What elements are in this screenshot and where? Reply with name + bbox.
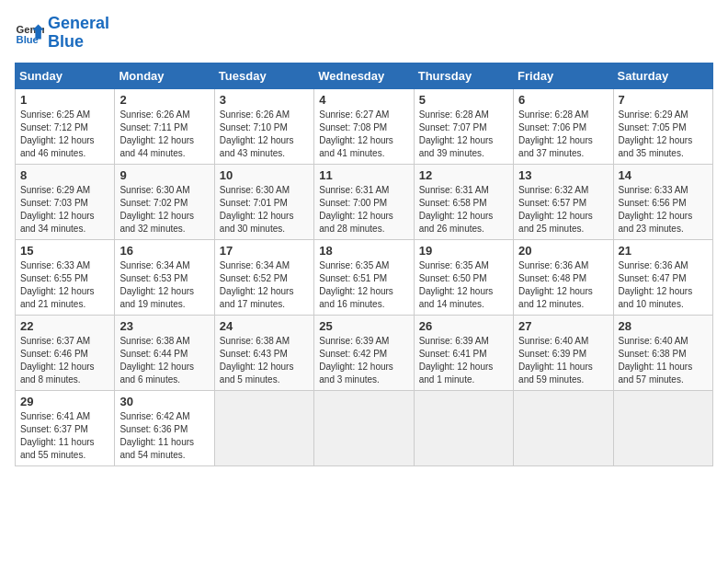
day-detail: Sunrise: 6:28 AMSunset: 7:07 PMDaylight:…	[419, 109, 508, 160]
day-detail: Sunrise: 6:42 AMSunset: 6:36 PMDaylight:…	[119, 410, 209, 462]
calendar-cell: 25Sunrise: 6:39 AMSunset: 6:42 PMDayligh…	[314, 315, 414, 390]
day-detail: Sunrise: 6:34 AMSunset: 6:53 PMDaylight:…	[119, 259, 209, 311]
logo-text-line1: General	[48, 15, 109, 33]
day-number: 14	[619, 168, 708, 182]
calendar-cell: 17Sunrise: 6:34 AMSunset: 6:52 PMDayligh…	[214, 239, 313, 315]
column-header-saturday: Saturday	[613, 63, 712, 88]
calendar-cell: 12Sunrise: 6:31 AMSunset: 6:58 PMDayligh…	[414, 164, 513, 239]
day-detail: Sunrise: 6:36 AMSunset: 6:47 PMDaylight:…	[619, 259, 708, 311]
logo: General Blue General Blue	[15, 15, 109, 52]
calendar-cell: 5Sunrise: 6:28 AMSunset: 7:07 PMDaylight…	[414, 88, 513, 164]
day-number: 24	[220, 319, 309, 333]
day-number: 8	[20, 168, 109, 182]
day-number: 26	[419, 319, 508, 333]
day-detail: Sunrise: 6:26 AMSunset: 7:11 PMDaylight:…	[119, 109, 209, 160]
calendar-cell: 23Sunrise: 6:38 AMSunset: 6:44 PMDayligh…	[115, 315, 214, 390]
day-number: 30	[119, 395, 209, 408]
day-number: 6	[518, 93, 608, 107]
column-header-friday: Friday	[514, 63, 613, 88]
calendar-cell: 4Sunrise: 6:27 AMSunset: 7:08 PMDaylight…	[314, 88, 414, 164]
day-number: 19	[419, 244, 508, 258]
day-number: 28	[619, 319, 708, 333]
day-number: 4	[319, 93, 408, 107]
day-number: 2	[119, 93, 209, 107]
day-number: 12	[419, 168, 508, 182]
day-detail: Sunrise: 6:38 AMSunset: 6:44 PMDaylight:…	[119, 335, 209, 386]
day-detail: Sunrise: 6:39 AMSunset: 6:41 PMDaylight:…	[419, 335, 508, 386]
day-detail: Sunrise: 6:29 AMSunset: 7:03 PMDaylight:…	[20, 184, 109, 236]
day-detail: Sunrise: 6:35 AMSunset: 6:50 PMDaylight:…	[419, 259, 508, 311]
day-detail: Sunrise: 6:33 AMSunset: 6:55 PMDaylight:…	[20, 259, 109, 311]
day-detail: Sunrise: 6:33 AMSunset: 6:56 PMDaylight:…	[619, 184, 708, 236]
calendar-cell: 20Sunrise: 6:36 AMSunset: 6:48 PMDayligh…	[514, 239, 613, 315]
calendar-cell: 1Sunrise: 6:25 AMSunset: 7:12 PMDaylight…	[16, 88, 115, 164]
day-number: 23	[119, 319, 209, 333]
calendar-cell: 2Sunrise: 6:26 AMSunset: 7:11 PMDaylight…	[115, 88, 214, 164]
day-detail: Sunrise: 6:32 AMSunset: 6:57 PMDaylight:…	[518, 184, 608, 236]
calendar-cell: 11Sunrise: 6:31 AMSunset: 7:00 PMDayligh…	[314, 164, 414, 239]
day-number: 15	[20, 244, 109, 258]
column-header-thursday: Thursday	[414, 63, 513, 88]
day-number: 5	[419, 93, 508, 107]
day-detail: Sunrise: 6:35 AMSunset: 6:51 PMDaylight:…	[319, 259, 408, 311]
day-number: 7	[619, 93, 708, 107]
calendar-cell: 6Sunrise: 6:28 AMSunset: 7:06 PMDaylight…	[514, 88, 613, 164]
day-detail: Sunrise: 6:30 AMSunset: 7:01 PMDaylight:…	[220, 184, 309, 236]
day-detail: Sunrise: 6:25 AMSunset: 7:12 PMDaylight:…	[20, 109, 109, 160]
day-number: 11	[319, 168, 408, 182]
calendar-cell	[214, 390, 313, 465]
calendar-cell	[613, 390, 712, 465]
day-detail: Sunrise: 6:34 AMSunset: 6:52 PMDaylight:…	[220, 259, 309, 311]
calendar-cell	[514, 390, 613, 465]
day-detail: Sunrise: 6:26 AMSunset: 7:10 PMDaylight:…	[220, 109, 309, 160]
day-number: 17	[220, 244, 309, 258]
day-number: 21	[619, 244, 708, 258]
day-detail: Sunrise: 6:31 AMSunset: 6:58 PMDaylight:…	[419, 184, 508, 236]
day-number: 1	[20, 93, 109, 107]
calendar-cell: 14Sunrise: 6:33 AMSunset: 6:56 PMDayligh…	[613, 164, 712, 239]
day-number: 9	[119, 168, 209, 182]
calendar-cell: 29Sunrise: 6:41 AMSunset: 6:37 PMDayligh…	[16, 390, 115, 465]
day-number: 10	[220, 168, 309, 182]
day-detail: Sunrise: 6:31 AMSunset: 7:00 PMDaylight:…	[319, 184, 408, 236]
day-detail: Sunrise: 6:40 AMSunset: 6:39 PMDaylight:…	[518, 335, 608, 386]
calendar-week-row: 1Sunrise: 6:25 AMSunset: 7:12 PMDaylight…	[16, 88, 713, 164]
calendar-cell: 9Sunrise: 6:30 AMSunset: 7:02 PMDaylight…	[115, 164, 214, 239]
day-detail: Sunrise: 6:36 AMSunset: 6:48 PMDaylight:…	[518, 259, 608, 311]
calendar-cell: 27Sunrise: 6:40 AMSunset: 6:39 PMDayligh…	[514, 315, 613, 390]
calendar-cell: 21Sunrise: 6:36 AMSunset: 6:47 PMDayligh…	[613, 239, 712, 315]
calendar-week-row: 15Sunrise: 6:33 AMSunset: 6:55 PMDayligh…	[16, 239, 713, 315]
calendar-cell: 24Sunrise: 6:38 AMSunset: 6:43 PMDayligh…	[214, 315, 313, 390]
day-number: 25	[319, 319, 408, 333]
column-header-sunday: Sunday	[16, 63, 115, 88]
day-detail: Sunrise: 6:40 AMSunset: 6:38 PMDaylight:…	[619, 335, 708, 386]
day-detail: Sunrise: 6:41 AMSunset: 6:37 PMDaylight:…	[20, 410, 109, 462]
calendar-cell: 3Sunrise: 6:26 AMSunset: 7:10 PMDaylight…	[214, 88, 313, 164]
day-number: 3	[220, 93, 309, 107]
calendar-cell	[314, 390, 414, 465]
day-number: 16	[119, 244, 209, 258]
calendar-cell: 10Sunrise: 6:30 AMSunset: 7:01 PMDayligh…	[214, 164, 313, 239]
day-number: 29	[20, 395, 109, 408]
day-detail: Sunrise: 6:27 AMSunset: 7:08 PMDaylight:…	[319, 109, 408, 160]
day-detail: Sunrise: 6:29 AMSunset: 7:05 PMDaylight:…	[619, 109, 708, 160]
column-header-monday: Monday	[115, 63, 214, 88]
page-header: General Blue General Blue	[15, 15, 713, 52]
day-number: 20	[518, 244, 608, 258]
day-number: 13	[518, 168, 608, 182]
calendar-cell: 18Sunrise: 6:35 AMSunset: 6:51 PMDayligh…	[314, 239, 414, 315]
column-header-tuesday: Tuesday	[214, 63, 313, 88]
svg-text:Blue: Blue	[17, 34, 39, 45]
calendar-cell: 26Sunrise: 6:39 AMSunset: 6:41 PMDayligh…	[414, 315, 513, 390]
day-number: 27	[518, 319, 608, 333]
calendar-cell	[414, 390, 513, 465]
calendar-table: SundayMondayTuesdayWednesdayThursdayFrid…	[15, 63, 713, 466]
day-detail: Sunrise: 6:39 AMSunset: 6:42 PMDaylight:…	[319, 335, 408, 386]
calendar-cell: 8Sunrise: 6:29 AMSunset: 7:03 PMDaylight…	[16, 164, 115, 239]
calendar-cell: 7Sunrise: 6:29 AMSunset: 7:05 PMDaylight…	[613, 88, 712, 164]
calendar-week-row: 29Sunrise: 6:41 AMSunset: 6:37 PMDayligh…	[16, 390, 713, 465]
day-detail: Sunrise: 6:37 AMSunset: 6:46 PMDaylight:…	[20, 335, 109, 386]
calendar-cell: 30Sunrise: 6:42 AMSunset: 6:36 PMDayligh…	[115, 390, 214, 465]
logo-icon: General Blue	[15, 18, 44, 48]
calendar-cell: 13Sunrise: 6:32 AMSunset: 6:57 PMDayligh…	[514, 164, 613, 239]
